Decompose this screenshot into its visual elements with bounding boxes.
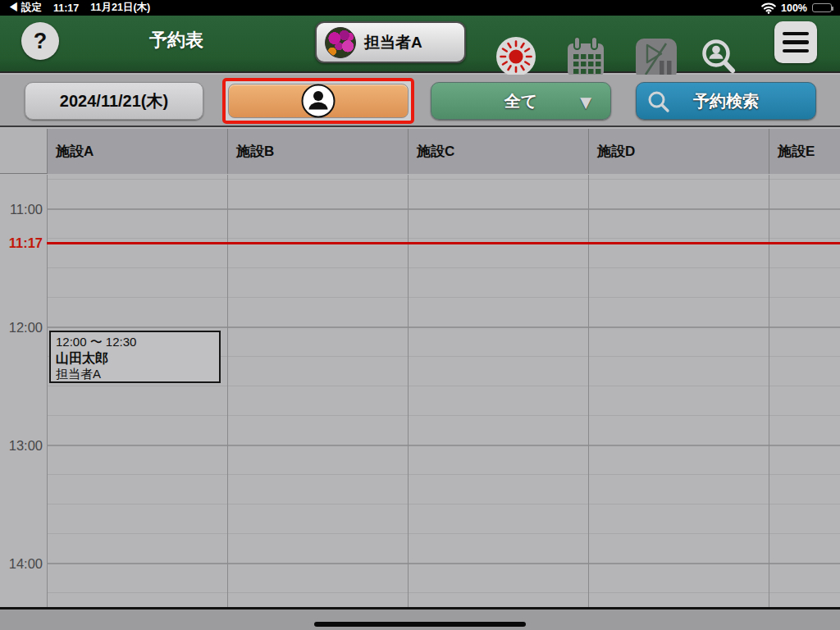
filter-toolbar: 2024/11/21(木) 全て ▼ 予約検索 xyxy=(0,75,840,127)
schedule-cells[interactable] xyxy=(47,175,840,607)
facility-column-header: 施設A xyxy=(47,129,227,174)
staff-avatar xyxy=(325,27,356,58)
page-title: 予約表 xyxy=(115,28,238,52)
calendar-icon xyxy=(564,35,608,80)
facility-header-row: 施設A 施設B 施設C 施設D 施設E xyxy=(0,129,840,174)
reservation-search-button[interactable]: 予約検索 xyxy=(636,82,816,120)
schedule-grid: 11:00 12:00 13:00 14:00 11:17 12:00 〜 12… xyxy=(0,175,840,607)
facility-column-header: 施設D xyxy=(588,129,769,174)
today-button[interactable] xyxy=(495,36,536,80)
person-search-icon xyxy=(696,34,742,80)
appointment-time-range: 12:00 〜 12:30 xyxy=(56,334,214,350)
facility-dropdown-label: 全て xyxy=(504,90,537,112)
status-right: 100% xyxy=(761,2,832,14)
facility-column-header: 施設C xyxy=(408,129,588,174)
staff-filter-face xyxy=(228,84,409,118)
appointment-client-name: 山田太郎 xyxy=(56,350,214,367)
bottom-bar xyxy=(0,607,840,630)
reservation-app: ◀ 設定 11:17 11月21日(木) 100% ? 予約表 担当者A xyxy=(0,0,840,630)
search-button-label: 予約検索 xyxy=(693,90,759,112)
status-date: 11月21日(木) xyxy=(90,1,150,15)
current-time-line xyxy=(47,242,840,244)
facility-dropdown[interactable]: 全て ▼ xyxy=(431,82,611,120)
appointment-staff-name: 担当者A xyxy=(56,366,214,382)
battery-percent-label: 100% xyxy=(781,2,807,14)
wifi-icon xyxy=(761,2,776,14)
hour-label: 11:00 xyxy=(0,202,43,217)
home-indicator[interactable] xyxy=(314,622,526,627)
hour-label: 12:00 xyxy=(0,320,43,335)
hamburger-icon xyxy=(783,32,809,36)
staff-button-label: 担当者A xyxy=(364,32,422,53)
status-left: ◀ 設定 11:17 11月21日(木) xyxy=(8,1,150,15)
staff-button[interactable]: 担当者A xyxy=(315,21,466,63)
hour-label: 13:00 xyxy=(0,438,43,453)
staff-filter-button-selected[interactable] xyxy=(222,78,414,124)
current-time-label: 11:17 xyxy=(0,235,43,250)
facility-column-header: 施設E xyxy=(769,129,840,174)
menu-button[interactable] xyxy=(774,21,817,63)
app-header: ? 予約表 担当者A xyxy=(0,16,840,73)
appointment-block[interactable]: 12:00 〜 12:30 山田太郎 担当者A xyxy=(49,331,221,383)
sun-icon xyxy=(495,36,536,77)
person-silhouette-icon xyxy=(301,84,336,118)
hour-label: 14:00 xyxy=(0,556,43,571)
status-time: 11:17 xyxy=(53,2,79,14)
help-button[interactable]: ? xyxy=(21,22,59,60)
battery-icon xyxy=(812,3,832,12)
status-bar: ◀ 設定 11:17 11月21日(木) 100% xyxy=(0,0,840,16)
magnifier-icon xyxy=(646,89,671,114)
calendar-date-button[interactable]: 2024/11/21(木) xyxy=(25,82,203,120)
back-to-settings-link[interactable]: ◀ 設定 xyxy=(8,1,42,15)
dropdown-arrow-icon: ▼ xyxy=(576,91,596,114)
facility-column-header: 施設B xyxy=(227,129,408,174)
